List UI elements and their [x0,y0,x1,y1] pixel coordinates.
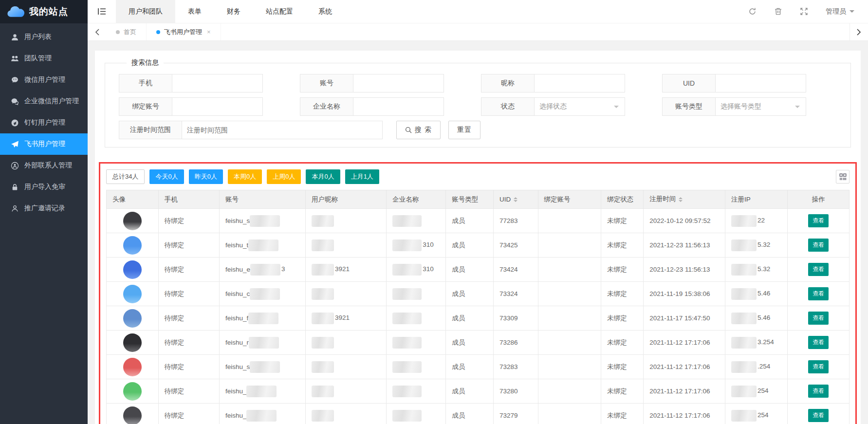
table-row: 待绑定feishu_c成员73324未绑定2021-11-19 15:38:06… [107,282,850,306]
account-cell: feishu_f [219,306,305,331]
sidebar-item-user-import[interactable]: 用户导入免审 [0,176,88,198]
phone-cell: 待绑定 [158,233,219,258]
sort-icon[interactable] [514,195,517,204]
topnav-item-site-config[interactable]: 站点配置 [253,0,306,23]
blurred-text [392,240,422,251]
fullscreen-icon[interactable] [800,7,808,16]
view-button[interactable]: 查看 [808,287,829,300]
search-form-row-2: 绑定账号企业名称状态选择状态账号类型选择账号类型 [119,97,837,116]
field-select-status[interactable]: 选择状态 [535,97,625,116]
field-account: 账号 [300,74,444,92]
sort-icon[interactable] [679,195,683,204]
field-input-company[interactable] [353,97,444,116]
field-input-phone[interactable] [172,74,263,92]
bind-status-cell: 未绑定 [601,404,644,424]
column-header-bind-status: 绑定状态 [601,190,644,209]
nickname-cell [305,233,386,258]
stat-button-this-week[interactable]: 本周0人 [228,169,262,184]
tab-home[interactable]: 首页 [106,23,147,40]
stat-button-total[interactable]: 总计34人 [106,169,145,184]
view-button[interactable]: 查看 [808,409,829,422]
column-header-uid[interactable]: UID [494,190,538,209]
sidebar-item-dingtalk-users[interactable]: 钉钉用户管理 [0,112,88,133]
trash-icon[interactable] [774,7,782,16]
field-input-nickname[interactable] [535,74,625,92]
action-cell: 查看 [788,306,850,331]
avatar-cell [107,331,159,355]
sidebar-item-feishu-users[interactable]: 飞书用户管理 [0,133,88,155]
sidebar-item-team[interactable]: 团队管理 [0,48,88,69]
date-range-input[interactable] [182,121,383,139]
field-input-uid[interactable] [716,74,806,92]
reg-ip-tail: 22 [757,217,765,224]
company-cell [387,306,446,331]
tab-scroll-left[interactable] [88,23,106,40]
sidebar-item-label: 用户导入免审 [24,183,65,191]
view-button[interactable]: 查看 [808,360,829,373]
contacts-icon [11,162,19,170]
sidebar-item-label: 用户列表 [24,33,52,41]
action-cell: 查看 [788,379,850,404]
tab-feishu-users[interactable]: 飞书用户管理× [147,23,221,40]
sidebar-item-user-list[interactable]: 用户列表 [0,26,88,48]
blurred-text [312,361,334,373]
blurred-text [312,337,334,349]
account-type-cell: 成员 [446,404,494,424]
sidebar-item-invite-records[interactable]: 推广邀请记录 [0,198,88,219]
stat-button-last-week[interactable]: 上周0人 [267,169,301,184]
company-cell: 310 [387,258,446,282]
stat-button-today[interactable]: 今天0人 [149,169,184,184]
bind-account-cell [538,379,601,404]
tab-label: 首页 [124,28,136,37]
chevron-down-icon [614,106,619,111]
admin-menu[interactable]: 管理员 [826,7,854,16]
sidebar-item-external-contacts[interactable]: 外部联系人管理 [0,155,88,176]
search-button[interactable]: 搜 索 [396,121,441,139]
sidebar-collapse-button[interactable] [88,0,116,23]
nickname-cell [305,355,386,379]
view-button[interactable]: 查看 [808,312,829,325]
sidebar-item-wechat-users[interactable]: 微信用户管理 [0,69,88,91]
table-row: 待绑定feishu_f3921成员73309未绑定2021-11-17 15:4… [107,306,850,331]
column-header-reg-time[interactable]: 注册时间 [644,190,725,209]
reg-ip-cell: 5.32 [725,258,788,282]
view-button[interactable]: 查看 [808,263,829,276]
bind-status-cell: 未绑定 [601,258,644,282]
search-panel-title: 搜索信息 [127,58,164,67]
view-button[interactable]: 查看 [808,336,829,349]
view-button[interactable]: 查看 [808,214,829,227]
table-row: 待绑定feishu_成员73279未绑定2021-11-12 17:17:062… [107,404,850,424]
topnav-item-users-teams[interactable]: 用户和团队 [116,0,175,23]
avatar-cell [107,282,159,306]
view-button[interactable]: 查看 [808,385,829,398]
account-type-cell: 成员 [446,306,494,331]
stat-button-yesterday[interactable]: 昨天0人 [189,169,223,184]
topnav-item-system[interactable]: 系统 [306,0,345,23]
field-select-account-type[interactable]: 选择账号类型 [716,97,806,116]
sidebar-item-label: 企业微信用户管理 [24,97,79,106]
account-prefix: feishu_s [225,363,250,370]
column-settings-button[interactable] [836,170,850,184]
close-icon[interactable]: × [207,28,211,36]
tab-scroll-right[interactable] [850,23,868,40]
field-input-bind-account[interactable] [172,97,263,116]
sidebar-item-wework-users[interactable]: 企业微信用户管理 [0,91,88,112]
nickname-tail: 3921 [335,265,350,273]
stat-button-this-month[interactable]: 本月0人 [306,169,340,184]
invite-icon [11,204,19,213]
field-bind-account: 绑定账号 [119,97,263,116]
topnav-item-forms[interactable]: 表单 [175,0,214,23]
refresh-icon[interactable] [748,7,757,16]
stat-button-last-month[interactable]: 上月1人 [345,169,379,184]
sidebar-item-label: 微信用户管理 [24,75,65,84]
table-row: 待绑定feishu_s成员73283未绑定2021-11-12 17:17:06… [107,355,850,379]
blurred-text [392,313,422,324]
topnav-item-finance[interactable]: 财务 [214,0,253,23]
brand: 我的站点 [0,0,88,23]
field-input-account[interactable] [353,74,444,92]
blurred-text [250,361,280,373]
reset-button[interactable]: 重置 [448,121,480,139]
blurred-text [392,264,422,276]
uid-cell: 73425 [494,233,538,258]
view-button[interactable]: 查看 [808,239,829,252]
